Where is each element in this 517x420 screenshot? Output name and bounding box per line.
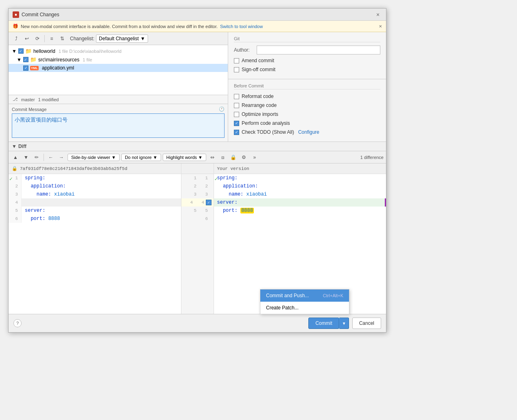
author-row: Author: xyxy=(234,46,380,54)
close-button[interactable]: × xyxy=(374,11,382,19)
perform-row: ✓ Perform code analysis xyxy=(234,120,380,127)
diff-right-content: ✓ spring: application: name: xiaobai xyxy=(214,174,386,223)
diff-line: port: 8888 xyxy=(214,207,386,215)
diff-left-content: ✓ 1 spring: 2 application: 3 name: xyxy=(9,174,181,223)
info-bar-close-button[interactable]: × xyxy=(379,23,382,29)
commit-button[interactable]: Commit xyxy=(308,318,339,329)
move-to-changelist-btn[interactable]: ⤴ xyxy=(12,34,21,43)
main-content: ⤴ ↩ ⟳ ≡ ⇅ Changelist: Default Changelist… xyxy=(9,32,386,141)
highlight-words-btn[interactable]: Highlight words ▼ xyxy=(163,154,206,161)
tree-item-file[interactable]: ✓ YML application.yml xyxy=(9,64,228,72)
footer-buttons: Commit ▼ Cancel xyxy=(308,318,381,329)
diff-line: 5 server: xyxy=(9,207,181,215)
sync-scroll-btn[interactable]: ⇔ xyxy=(208,153,217,162)
tree-expand-icon: ▼ xyxy=(12,48,17,54)
git-section-title: Git xyxy=(234,36,380,42)
center-row: 1 1 xyxy=(181,174,214,182)
branch-name: master xyxy=(21,97,35,102)
cancel-button[interactable]: Cancel xyxy=(352,318,381,329)
right-green-check: ✓ xyxy=(215,176,218,182)
optimize-checkbox[interactable] xyxy=(234,112,239,117)
tree-item-root[interactable]: ▼ ✓ 📁 helloworld 1 file D:\code\xiaobai\… xyxy=(9,47,228,55)
root-checkbox[interactable]: ✓ xyxy=(18,48,24,54)
diff-line: 1 spring: xyxy=(9,174,181,182)
info-bar: 🎁 New non-modal commit interface is avai… xyxy=(9,21,386,32)
diff-toolbar: ▲ ▼ ✏ ← → Side-by-side viewer ▼ Do not i… xyxy=(9,151,386,163)
commit-and-push-item[interactable]: Commit and Push... Ctrl+Alt+K xyxy=(260,289,349,302)
reformat-checkbox[interactable] xyxy=(234,94,239,99)
rearrange-checkbox[interactable] xyxy=(234,103,239,108)
create-patch-item[interactable]: Create Patch... xyxy=(260,302,349,314)
commit-popup-menu: Commit and Push... Ctrl+Alt+K Create Pat… xyxy=(260,289,349,314)
refresh-btn[interactable]: ⟳ xyxy=(33,34,42,43)
clock-icon: 🕐 xyxy=(219,107,225,112)
perform-checkbox[interactable]: ✓ xyxy=(234,121,239,126)
more-btn[interactable]: » xyxy=(250,153,259,162)
diff-next-btn[interactable]: ▼ xyxy=(22,153,31,162)
commit-message-input[interactable]: 小黑设置项目的端口号 xyxy=(12,113,225,138)
center-row: 2 2 xyxy=(181,182,214,190)
left-file-id: 7af931df78e8c216471843daf0e3b03ab5a25f5d xyxy=(20,166,127,171)
undo-btn[interactable]: ↩ xyxy=(22,34,31,43)
files-toolbar: ⤴ ↩ ⟳ ≡ ⇅ Changelist: Default Changelist… xyxy=(9,32,228,45)
switch-to-tool-window-link[interactable]: Switch to tool window xyxy=(220,24,263,29)
collapse-unchanged-btn[interactable]: ⧈ xyxy=(218,153,227,162)
rearrange-label: Rearrange code xyxy=(242,102,277,108)
diff-prev-btn[interactable]: ▲ xyxy=(11,153,20,162)
check-todo-checkbox[interactable]: ✓ xyxy=(234,130,239,135)
folder-expand-icon: ▼ xyxy=(17,57,22,63)
collapse-all-btn[interactable]: ≡ xyxy=(47,34,56,43)
configure-link[interactable]: Configure xyxy=(298,129,319,135)
signoff-checkbox[interactable] xyxy=(234,67,239,72)
commit-changes-dialog: ■ Commit Changes × 🎁 New non-modal commi… xyxy=(8,8,386,333)
diff-back-btn[interactable]: ← xyxy=(46,153,55,162)
root-folder-icon: 📁 xyxy=(25,48,32,54)
amend-label: Amend commit xyxy=(242,58,274,63)
author-label: Author: xyxy=(234,47,253,53)
titlebar-left: ■ Commit Changes xyxy=(13,11,59,18)
diff-line: name: xiaobai xyxy=(214,190,386,198)
changelist-label: Changelist: xyxy=(70,36,94,41)
left-panel: ⤴ ↩ ⟳ ≡ ⇅ Changelist: Default Changelist… xyxy=(9,32,228,141)
amend-checkbox[interactable] xyxy=(234,58,239,63)
center-row-changed: 4 4 ✓ xyxy=(181,198,214,207)
lock-icon: 🔒 xyxy=(12,166,17,171)
diff-fwd-btn[interactable]: → xyxy=(57,153,66,162)
modified-count: 1 modified xyxy=(38,97,59,102)
diff-collapse-icon[interactable]: ▼ xyxy=(12,144,17,149)
diff-edit-btn[interactable]: ✏ xyxy=(32,153,41,162)
commit-and-push-shortcut: Ctrl+Alt+K xyxy=(323,293,343,298)
info-bar-message: New non-modal commit interface is availa… xyxy=(21,24,218,29)
diff-apply-checkbox[interactable]: ✓ xyxy=(206,200,212,205)
folder-icon: 📁 xyxy=(30,57,37,63)
sep1 xyxy=(44,35,45,42)
before-commit-title: Before Commit xyxy=(234,83,380,89)
diff-right-header: Your version xyxy=(214,163,386,174)
signoff-label: Sign-off commit xyxy=(242,67,275,72)
info-bar-icon: 🎁 xyxy=(13,24,18,29)
help-button[interactable]: ? xyxy=(13,319,22,327)
diff-count: 1 difference xyxy=(360,155,384,160)
settings-btn[interactable]: ⚙ xyxy=(240,153,249,162)
create-patch-label: Create Patch... xyxy=(266,305,299,311)
amend-row: Amend commit xyxy=(234,57,380,64)
dialog-footer: ? Commit ▼ Cancel xyxy=(9,314,386,332)
diff-header: ▼ Diff xyxy=(9,142,386,151)
diff-line: spring: xyxy=(214,174,386,182)
perform-label: Perform code analysis xyxy=(242,120,290,126)
diff-line: application: xyxy=(214,182,386,190)
tree-item-folder[interactable]: ▼ ✓ 📁 src\main\resources 1 file xyxy=(9,55,228,64)
diff-line: 6 port: 8888 xyxy=(9,215,181,223)
expand-all-btn[interactable]: ⇅ xyxy=(58,34,67,43)
commit-dropdown-button[interactable]: ▼ xyxy=(339,318,349,329)
lock-btn[interactable]: 🔒 xyxy=(229,153,238,162)
center-header xyxy=(181,163,214,174)
changelist-select[interactable]: Default Changelist ▼ xyxy=(96,35,148,43)
ignore-whitespace-btn[interactable]: Do not ignore ▼ xyxy=(121,154,161,161)
diff-title: Diff xyxy=(18,144,26,149)
diff-left-header: 🔒 7af931df78e8c216471843daf0e3b03ab5a25f… xyxy=(9,163,181,174)
file-checkbox[interactable]: ✓ xyxy=(23,65,28,71)
author-input[interactable] xyxy=(257,46,380,54)
side-by-side-viewer-btn[interactable]: Side-by-side viewer ▼ xyxy=(68,154,120,161)
folder-checkbox[interactable]: ✓ xyxy=(23,57,28,62)
